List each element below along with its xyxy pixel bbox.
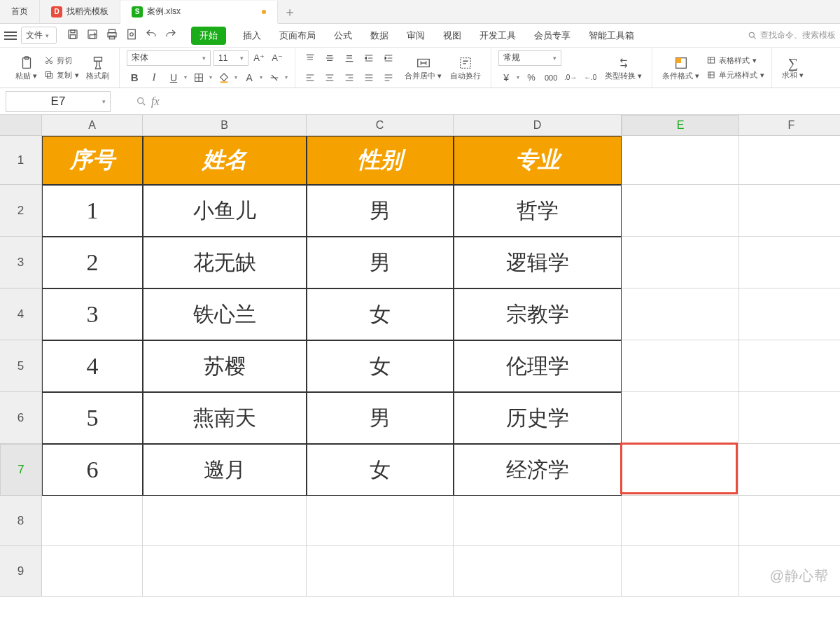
cell-B7[interactable]: 邀月 (143, 444, 307, 496)
row-header-2[interactable]: 2 (0, 185, 42, 237)
cell-B1[interactable]: 姓名 (143, 136, 307, 185)
cell-A2[interactable]: 1 (42, 185, 143, 237)
cell-C7[interactable]: 女 (307, 444, 454, 496)
cell-F9[interactable] (739, 546, 840, 597)
align-justify-icon[interactable] (361, 70, 377, 85)
tab-vip[interactable]: 会员专享 (533, 27, 572, 45)
cell-B8[interactable] (143, 496, 307, 546)
tab-home[interactable]: 首页 (0, 0, 40, 23)
cell-A9[interactable] (42, 546, 143, 597)
fx-button[interactable]: fx (136, 95, 160, 108)
format-painter-button[interactable]: 格式刷 (83, 55, 112, 80)
cell-A3[interactable]: 2 (42, 237, 143, 288)
paste-button[interactable]: 粘贴 ▾ (13, 55, 40, 80)
cell-B4[interactable]: 铁心兰 (143, 288, 307, 340)
copy-button[interactable]: 复制 ▾ (44, 70, 79, 81)
menu-icon[interactable] (4, 32, 17, 40)
cell-B6[interactable]: 燕南天 (143, 392, 307, 444)
tab-insert[interactable]: 插入 (241, 27, 262, 45)
redo-icon[interactable] (164, 28, 177, 43)
cell-B9[interactable] (143, 546, 307, 597)
increase-indent-icon[interactable] (381, 50, 396, 66)
cell-E2[interactable] (622, 185, 739, 237)
formula-input[interactable] (165, 91, 834, 112)
tab-file[interactable]: S 案例.xlsx (120, 1, 278, 24)
cell-C5[interactable]: 女 (307, 340, 454, 392)
cell-F1[interactable] (739, 136, 840, 185)
cell-A4[interactable]: 3 (42, 288, 143, 340)
name-box[interactable]: E7 ▾ (6, 91, 111, 112)
comma-icon[interactable]: 000 (543, 70, 559, 85)
align-bottom-icon[interactable] (342, 50, 357, 66)
cell-D5[interactable]: 伦理学 (454, 340, 622, 392)
decrease-indent-icon[interactable] (361, 50, 377, 66)
col-header-F[interactable]: F (739, 115, 840, 136)
select-all-corner[interactable] (0, 115, 42, 136)
clear-format-icon[interactable] (267, 70, 282, 85)
align-right-icon[interactable] (342, 70, 357, 85)
file-menu[interactable]: 文件 ▾ (21, 27, 57, 44)
cell-C3[interactable]: 男 (307, 237, 454, 288)
currency-icon[interactable]: ¥ (498, 70, 514, 85)
col-header-D[interactable]: D (454, 115, 622, 136)
row-header-5[interactable]: 5 (0, 340, 42, 392)
cell-F5[interactable] (739, 340, 840, 392)
cell-B2[interactable]: 小鱼儿 (143, 185, 307, 237)
tab-start[interactable]: 开始 (191, 27, 226, 45)
add-tab-button[interactable]: ＋ (278, 0, 302, 23)
cell-D4[interactable]: 宗教学 (454, 288, 622, 340)
cell-E5[interactable] (622, 340, 739, 392)
cell-A6[interactable]: 5 (42, 392, 143, 444)
row-header-9[interactable]: 9 (0, 546, 42, 597)
save-as-icon[interactable] (86, 28, 99, 43)
font-size-select[interactable]: 11▾ (214, 50, 248, 66)
cell-C8[interactable] (307, 496, 454, 546)
col-header-E[interactable]: E (622, 115, 739, 136)
cell-A1[interactable]: 序号 (42, 136, 143, 185)
cell-D9[interactable] (454, 546, 622, 597)
increase-font-icon[interactable]: A⁺ (251, 50, 267, 66)
align-middle-icon[interactable] (322, 50, 337, 66)
cell-C4[interactable]: 女 (307, 288, 454, 340)
border-icon[interactable] (191, 70, 206, 85)
bold-icon[interactable]: B (127, 70, 142, 85)
row-header-7[interactable]: 7 (0, 444, 42, 496)
cell-A8[interactable] (42, 496, 143, 546)
cell-F6[interactable] (739, 392, 840, 444)
decrease-font-icon[interactable]: A⁻ (270, 50, 285, 66)
cell-E3[interactable] (622, 237, 739, 288)
cell-A7[interactable]: 6 (42, 444, 143, 496)
align-top-icon[interactable] (302, 50, 318, 66)
cell-D6[interactable]: 历史学 (454, 392, 622, 444)
cell-F7[interactable] (739, 444, 840, 496)
sum-button[interactable]: ∑ 求和 ▾ (779, 56, 806, 79)
italic-icon[interactable]: I (146, 70, 162, 85)
tab-template[interactable]: D 找稻壳模板 (40, 0, 120, 23)
orientation-icon[interactable] (381, 70, 396, 85)
increase-decimal-icon[interactable]: .0→ (563, 70, 578, 85)
tab-data[interactable]: 数据 (369, 27, 390, 45)
command-search[interactable]: 查找命令、搜索模板 (748, 29, 836, 41)
col-header-A[interactable]: A (42, 115, 143, 136)
align-left-icon[interactable] (302, 70, 318, 85)
row-header-4[interactable]: 4 (0, 288, 42, 340)
tab-smart[interactable]: 智能工具箱 (587, 27, 636, 45)
cell-B5[interactable]: 苏樱 (143, 340, 307, 392)
cell-E9[interactable] (622, 546, 739, 597)
cell-D7[interactable]: 经济学 (454, 444, 622, 496)
table-style-button[interactable]: 表格样式 ▾ (706, 55, 764, 66)
align-center-icon[interactable] (322, 70, 337, 85)
cell-D8[interactable] (454, 496, 622, 546)
wrap-button[interactable]: 自动换行 (447, 55, 484, 80)
number-format-select[interactable]: 常规▾ (498, 50, 561, 66)
col-header-C[interactable]: C (307, 115, 454, 136)
tab-review[interactable]: 审阅 (405, 27, 426, 45)
cell-C6[interactable]: 男 (307, 392, 454, 444)
cell-D1[interactable]: 专业 (454, 136, 622, 185)
cut-button[interactable]: 剪切 (44, 55, 79, 66)
fill-color-icon[interactable] (216, 70, 232, 85)
cell-C1[interactable]: 性别 (307, 136, 454, 185)
type-convert-button[interactable]: 类型转换 ▾ (602, 55, 645, 80)
merge-button[interactable]: 合并居中 ▾ (402, 55, 444, 80)
cell-C9[interactable] (307, 546, 454, 597)
